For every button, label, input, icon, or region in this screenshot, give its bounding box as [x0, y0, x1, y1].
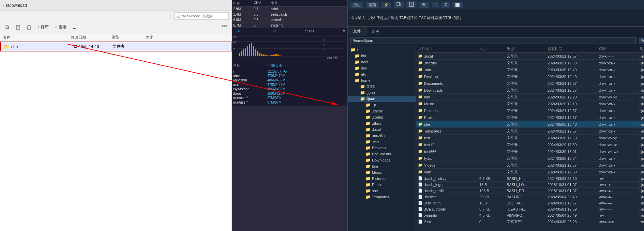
- sftp-file-row[interactable]: 📄.bash_logout 18 B BASH_LO... 2018/10/31…: [416, 182, 644, 188]
- tree-item[interactable]: 📁Documents: [348, 151, 416, 157]
- sftp-file-row[interactable]: 📁Desktop 文件夹 2024/03/30 12:49 drwxr-xr-x…: [416, 73, 644, 80]
- col-name[interactable]: 名称 ↑: [3, 35, 71, 40]
- history-button[interactable]: 历史: [350, 2, 363, 8]
- terminal-prompt-text: 命令输入（按ALT键提示历史,TAB键路径,ESC返回,双击CTRL切换）: [350, 15, 463, 20]
- tree-item[interactable]: 📁bin: [348, 53, 416, 59]
- sftp-file-row[interactable]: 📁Videos 文件夹 2024/03/21 12:57 drwxr-xr-x …: [416, 162, 644, 169]
- col-date[interactable]: 修改日期: [71, 35, 112, 40]
- folder-icon: 📁: [365, 139, 371, 144]
- tree-item[interactable]: 📁.vim: [348, 139, 416, 145]
- svg-rect-25: [263, 55, 265, 56]
- more-button[interactable]: ...: [71, 24, 78, 31]
- sftp-file-row[interactable]: 📁him 文件夹 2024/03/26 12:20 drwxrwxr-x lij…: [416, 94, 644, 101]
- view-button[interactable]: ≡ 查看: [53, 23, 69, 31]
- sftp-col-type[interactable]: 类型: [507, 46, 548, 51]
- search-input[interactable]: [174, 12, 229, 20]
- sftp-file-row[interactable]: 📁Documents 文件夹 2024/03/21 12:57 drwxr-xr…: [416, 80, 644, 87]
- sftp-file-perm: drwx------: [599, 54, 640, 58]
- process-row[interactable]: 6.6M0.3vmtoolsd: [232, 17, 347, 23]
- tree-item[interactable]: 📁she: [348, 188, 416, 194]
- sftp-file-row[interactable]: 📄2.txt 0 文本文档 2024/03/30 23:23 -rw-r--x-…: [416, 218, 644, 225]
- tree-item[interactable]: 📁Templates: [348, 194, 416, 200]
- sftp-file-row[interactable]: 📁.mozilla 文件夹 2024/03/21 12:38 drwxr-xr-…: [416, 60, 644, 66]
- copy-button[interactable]: [3, 24, 12, 31]
- expand-button[interactable]: [220, 24, 229, 31]
- arrow-down2-button[interactable]: ↧: [441, 2, 450, 8]
- sftp-file-row[interactable]: 📁Pictures 文件夹 2024/03/21 12:57 drwxr-xr-…: [416, 107, 644, 114]
- sftp-file-row[interactable]: 📄.bash_profile 193 B BASH_PR... 2018/10/…: [416, 188, 644, 194]
- file-row[interactable]: 📁 she 2024/5/5 14:46 文件夹: [0, 42, 231, 51]
- tree-item[interactable]: 📁.mozilla: [348, 133, 416, 139]
- folder-icon: 📁: [418, 95, 423, 99]
- sftp-file-row[interactable]: 📁.vim 文件夹 2024/03/30 12:49 drwxr-xr-x li…: [416, 66, 644, 73]
- sftp-col-size[interactable]: 大小: [479, 46, 507, 51]
- sftp-file-row[interactable]: 📁yum 文件夹 2024/03/21 12:39 drwxr-xr-x lij…: [416, 169, 644, 175]
- tree-item[interactable]: 📁ggbb: [348, 90, 416, 96]
- options-button[interactable]: 选项: [366, 2, 379, 8]
- sftp-file-row[interactable]: 📁Templates 文件夹 2024/03/21 12:57 drwxr-xr…: [416, 128, 644, 135]
- tree-item[interactable]: 📁lijuan: [348, 96, 416, 102]
- sftp-file-perm: -rw-------: [599, 207, 640, 211]
- sftp-file-row[interactable]: 📁.local 文件夹 2024/03/21 12:57 drwx------ …: [416, 53, 644, 60]
- sftp-file-row[interactable]: 📄.ICEauthority 6.7 KB ICEAUTH... 2024/05…: [416, 206, 644, 212]
- sftp-file-row[interactable]: 📁Public 文件夹 2024/03/21 12:57 drwxr-xr-x …: [416, 114, 644, 121]
- tree-item[interactable]: 📁Downloads: [348, 157, 416, 163]
- sftp-file-row[interactable]: 📁test 文件夹 2024/03/30 17:50 drwxrwxr-x li…: [416, 135, 644, 141]
- tree-item[interactable]: 📁dev: [348, 65, 416, 71]
- sftp-file-row[interactable]: 📁ty.txt 文件夹 2024/03/26 13:34 drwxr-xr-x …: [416, 155, 644, 162]
- sftp-col-user[interactable]: 用户/用户组: [640, 46, 644, 51]
- col-type[interactable]: 类型: [112, 35, 146, 40]
- search-icon-button[interactable]: 🔍: [419, 2, 429, 8]
- sftp-history-btn[interactable]: 历史: [639, 37, 644, 44]
- sftp-path-input[interactable]: [350, 37, 636, 44]
- sftp-file-modified: 2024/03/30 17:50: [548, 136, 599, 140]
- paste-button[interactable]: [14, 24, 23, 31]
- sftp-file-user: lijuan/lijuan: [640, 81, 644, 86]
- sftp-col-name[interactable]: 文件名: [418, 46, 479, 51]
- sftp-file-type: 文件夹: [507, 122, 548, 127]
- sftp-file-row[interactable]: 📄.bash_history 6.7 KB BASH_HI... 2024/03…: [416, 175, 644, 182]
- tree-item[interactable]: 📁etc: [348, 71, 416, 77]
- tree-item[interactable]: 📁..p: [348, 102, 416, 108]
- sftp-file-row[interactable]: 📁Downloads 文件夹 2024/03/21 12:57 drwxr-xr…: [416, 87, 644, 94]
- tree-item[interactable]: 📁.cache: [348, 108, 416, 114]
- sftp-file-row[interactable]: 📁test12 文件夹 2024/03/29 17:39 drwxrwxr-x …: [416, 141, 644, 148]
- copy-icon-button[interactable]: [394, 1, 404, 8]
- tree-item[interactable]: 📁.dbus: [348, 120, 416, 126]
- system-monitor-panel: 内存 CPU 命令 2.9M0.7sshd1.4M0.3sedispatch6.…: [232, 0, 348, 231]
- tree-item[interactable]: 📁boot: [348, 59, 416, 65]
- tab-command[interactable]: 命令: [366, 28, 385, 36]
- sftp-file-row[interactable]: 📄.viminfo 4.5 KB VIMINFO... 2024/05/04 2…: [416, 212, 644, 218]
- tree-item[interactable]: 📁home: [348, 77, 416, 83]
- sftp-col-perm[interactable]: 权限: [599, 46, 640, 51]
- sftp-file-row[interactable]: 📄.esd_auth 16 B ESD_AUT... 2024/03/21 12…: [416, 200, 644, 206]
- save-icon-button[interactable]: [406, 1, 417, 8]
- delete-button[interactable]: [25, 24, 33, 31]
- tree-item[interactable]: 📁/: [348, 47, 416, 53]
- tree-item[interactable]: 📁Pictures: [348, 175, 416, 182]
- sftp-file-name: 📁yum: [418, 170, 479, 174]
- col-size[interactable]: 大小: [146, 35, 173, 40]
- tree-item[interactable]: 📁him: [348, 163, 416, 169]
- process-row[interactable]: 6.7M0systemd: [232, 23, 347, 28]
- tab-file[interactable]: 文件: [348, 27, 366, 36]
- file-icon: 📄: [418, 188, 423, 193]
- tree-item[interactable]: 📁GGB: [348, 83, 416, 90]
- arrow-down-button[interactable]: ↓: [432, 2, 439, 7]
- fullscreen-button[interactable]: ⬜: [452, 2, 463, 8]
- process-row[interactable]: 2.9M0.7sshd: [232, 6, 347, 12]
- svg-rect-23: [259, 53, 260, 56]
- sftp-file-row[interactable]: 📁Music 文件夹 2024/03/26 12:19 drwxr-xr-x l…: [416, 101, 644, 107]
- tree-item[interactable]: 📁Public: [348, 182, 416, 188]
- sort-button[interactable]: ↑ 排序: [35, 23, 51, 31]
- tree-item[interactable]: 📁.local: [348, 126, 416, 133]
- process-row[interactable]: 1.4M0.3sedispatch: [232, 12, 347, 17]
- tree-item[interactable]: 📁Music: [348, 169, 416, 175]
- tree-item[interactable]: 📁.config: [348, 114, 416, 120]
- sftp-col-modified[interactable]: 修改时间: [548, 46, 599, 51]
- sftp-file-row[interactable]: 📁she 文件夹 2024/05/05 15:48 drwxr-xr-x lij…: [416, 121, 644, 128]
- lightning-button[interactable]: ⚡: [381, 2, 391, 8]
- sftp-file-row[interactable]: 📄.bashrc 250 B BASHRC ... 2024/05/04 23:…: [416, 194, 644, 200]
- sftp-file-row[interactable]: 📁test666 文件夹 2024/03/30 18:01 drwxrwxrwx…: [416, 148, 644, 155]
- tree-item[interactable]: 📁Desktop: [348, 145, 416, 151]
